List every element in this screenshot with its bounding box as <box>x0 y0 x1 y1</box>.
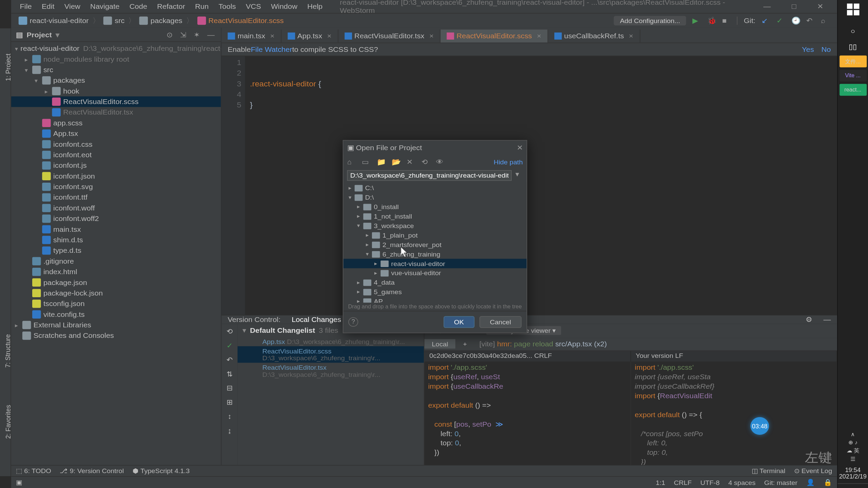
commit-icon[interactable]: ✓ <box>226 342 233 350</box>
inspections-icon[interactable]: 👤 <box>806 479 815 486</box>
tree-row[interactable]: iconfont.js <box>11 160 221 171</box>
lock-icon[interactable]: 🔒 <box>824 479 832 486</box>
breadcrumb[interactable]: ReactVisualEditor.scss <box>194 17 288 25</box>
git-branch[interactable]: Git: master <box>764 479 797 486</box>
diff-icon[interactable]: ⇅ <box>226 370 233 378</box>
group-icon[interactable]: ⊞ <box>226 398 233 406</box>
vcs-tab-local-changes[interactable]: Local Changes <box>292 316 341 324</box>
tree-row[interactable]: iconfont.eot <box>11 150 221 160</box>
file-tree-row[interactable]: ▾6_zhufeng_training <box>343 249 527 259</box>
project-tree[interactable]: ▾react-visual-editorD:\3_workspace\6_zhu… <box>11 42 221 465</box>
window-close-icon[interactable]: ✕ <box>812 2 828 11</box>
git-commit-icon[interactable]: ✓ <box>776 17 785 25</box>
tree-row[interactable]: main.tsx <box>11 224 221 235</box>
tree-row[interactable]: ▾react-visual-editorD:\3_workspace\6_zhu… <box>11 43 221 54</box>
menu-edit[interactable]: Edit <box>37 2 59 11</box>
expand-icon[interactable]: ↕ <box>228 412 231 421</box>
hide-path-link[interactable]: Hide path <box>494 158 523 165</box>
path-input[interactable] <box>347 170 512 181</box>
file-tree[interactable]: ▸C:\▾D:\▸0_install▸1_not_install▾3_works… <box>343 182 527 303</box>
start-button-icon[interactable] <box>847 3 859 15</box>
menu-view[interactable]: View <box>59 2 85 11</box>
home-icon[interactable]: ⌂ <box>347 158 356 166</box>
notice-yes-link[interactable]: Yes <box>802 45 814 54</box>
line-separator[interactable]: CRLF <box>674 479 692 486</box>
tree-row[interactable]: tsconfig.json <box>11 299 221 309</box>
editor-tab[interactable]: ReactVisualEditor.tsx× <box>338 30 440 43</box>
tree-row[interactable]: iconfont.woff2 <box>11 214 221 224</box>
file-tree-row[interactable]: ▸vue-visual-editor <box>343 268 527 278</box>
file-tree-row[interactable]: ▸2_martsforever_pot <box>343 240 527 249</box>
menu-navigate[interactable]: Navigate <box>85 2 124 11</box>
hide-panel-icon[interactable]: — <box>824 316 831 324</box>
search-icon[interactable]: ○ <box>851 27 855 35</box>
tree-row[interactable]: shim.d.ts <box>11 235 221 245</box>
search-icon[interactable]: ⌕ <box>821 17 830 25</box>
tree-row[interactable]: index.html <box>11 267 221 277</box>
breadcrumb[interactable]: react-visual-editor <box>15 17 93 25</box>
file-tree-row[interactable]: ▸5_games <box>343 287 527 297</box>
menu-file[interactable]: File <box>15 2 37 11</box>
tree-row[interactable]: ReactVisualEditor.tsx <box>11 107 221 118</box>
help-icon[interactable]: ? <box>348 317 358 327</box>
tree-row[interactable]: app.scss <box>11 118 221 128</box>
tree-row[interactable]: iconfont.json <box>11 171 221 182</box>
menu-run[interactable]: Run <box>190 2 214 11</box>
tab-todo[interactable]: ⬚ 6: TODO <box>16 467 51 475</box>
file-tree-row[interactable]: ▾D:\ <box>343 192 527 202</box>
task-view-icon[interactable]: ▯▯ <box>849 43 857 51</box>
taskbar-item[interactable]: 文件... <box>839 56 866 67</box>
system-tray[interactable]: ∧⊕ ♪☁ 英☰ <box>847 430 859 463</box>
file-tree-row[interactable]: ▸4_data <box>343 278 527 287</box>
git-revert-icon[interactable]: ↶ <box>806 17 815 25</box>
breadcrumb[interactable]: packages <box>136 17 186 25</box>
file-tree-row[interactable]: ▸AP <box>343 297 527 302</box>
file-tree-row[interactable]: ▸1_not_install <box>343 211 527 221</box>
tree-row[interactable]: Scratches and Consoles <box>11 330 221 341</box>
tree-row[interactable]: ReactVisualEditor.scss <box>11 97 221 107</box>
status-indicator-icon[interactable]: ▣ <box>16 479 22 486</box>
delete-icon[interactable]: ✕ <box>407 158 415 166</box>
menu-tools[interactable]: Tools <box>214 2 241 11</box>
tree-row[interactable]: package-lock.json <box>11 288 221 299</box>
notice-no-link[interactable]: No <box>822 45 831 54</box>
gear-icon[interactable]: ⚙ <box>806 316 812 324</box>
desktop-icon[interactable]: ▭ <box>362 158 371 166</box>
breadcrumb[interactable]: src <box>100 17 128 25</box>
tree-row[interactable]: App.tsx <box>11 128 221 139</box>
dropdown-history-icon[interactable]: ▾ <box>512 170 523 181</box>
tab-terminal[interactable]: ◫ Terminal <box>752 467 785 475</box>
tree-row[interactable]: iconfont.css <box>11 139 221 149</box>
window-minimize-icon[interactable]: — <box>758 2 776 11</box>
code-editor[interactable]: .react-visual-editor { } <box>245 56 837 315</box>
locate-icon[interactable]: ⊙ <box>166 30 175 39</box>
settings-icon[interactable]: — <box>207 30 216 39</box>
dialog-close-icon[interactable]: ✕ <box>517 144 523 152</box>
add-configuration-button[interactable]: Add Configuration... <box>614 16 686 25</box>
file-tree-row[interactable]: ▾3_workspace <box>343 221 527 230</box>
project-dir-icon[interactable]: 📁 <box>377 158 386 166</box>
menu-window[interactable]: Window <box>266 2 302 11</box>
file-tree-row[interactable]: ▸react-visual-editor <box>343 259 527 268</box>
menu-code[interactable]: Code <box>124 2 152 11</box>
tree-row[interactable]: ▾src <box>11 65 221 75</box>
file-watcher-link[interactable]: File Watcher <box>251 45 292 54</box>
show-hidden-icon[interactable]: 👁 <box>436 158 445 166</box>
indent-setting[interactable]: 4 spaces <box>728 479 755 486</box>
menu-refactor[interactable]: Refactor <box>152 2 190 11</box>
collapse-icon[interactable]: ✶ <box>194 30 202 39</box>
editor-tab[interactable]: useCallbackRef.ts× <box>548 30 640 43</box>
changed-file[interactable]: ReactVisualEditor.scss D:\3_workspace\6_… <box>238 346 424 363</box>
file-tree-row[interactable]: ▸C:\ <box>343 183 527 192</box>
editor-tab[interactable]: ReactVisualEditor.scss× <box>440 30 548 43</box>
cancel-button[interactable]: Cancel <box>479 316 522 328</box>
menu-help[interactable]: Help <box>302 2 328 11</box>
file-tree-row[interactable]: ▸0_install <box>343 202 527 211</box>
shelve-icon[interactable]: ⊟ <box>226 384 233 392</box>
show-desktop[interactable] <box>838 483 868 488</box>
tree-row[interactable]: ▸node_modules library root <box>11 54 221 64</box>
editor-tab[interactable]: main.tsx× <box>221 30 281 43</box>
debug-icon[interactable]: 🐞 <box>707 17 716 25</box>
tree-row[interactable]: .gitignore <box>11 256 221 267</box>
diff-pane-left[interactable]: import './app.scss' import {useRef, useS… <box>425 362 631 468</box>
